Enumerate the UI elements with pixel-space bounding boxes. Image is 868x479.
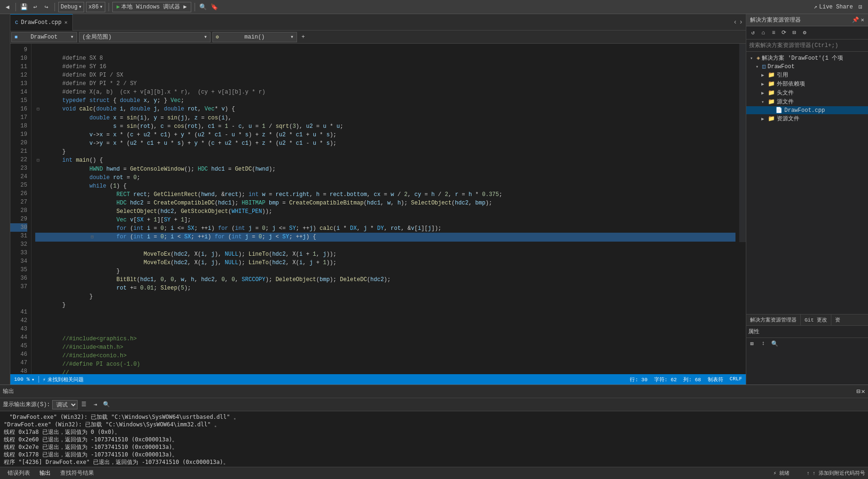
panel-pin-icon[interactable]: 📌	[852, 16, 859, 24]
output-float-btn[interactable]: ⊟	[856, 387, 860, 395]
tab-scroll-left[interactable]: ‹	[733, 18, 737, 26]
panel-header-buttons: 📌 ✕	[852, 16, 864, 24]
tab-scroll-right[interactable]: ›	[739, 18, 743, 26]
sol-sync-btn[interactable]: ↺	[748, 28, 758, 38]
output-line-1: "DrawFoot.exe" (Win32): 已加载 "C:\Windows\…	[4, 413, 864, 421]
sol-settings-btn[interactable]: ⚙	[800, 28, 809, 38]
redo-icon[interactable]: ↪	[42, 2, 51, 12]
config-dropdown[interactable]: Debug ▾	[58, 2, 84, 12]
res-folder-icon: 📁	[768, 115, 775, 122]
cpp-file-icon: C	[15, 20, 18, 25]
source-select-dropdown[interactable]: 调试	[52, 400, 78, 409]
expand-icon: ▾	[748, 55, 755, 61]
bottom-right-controls: ⚡ 就绪 ↑ ↑ 添加到附近代码符号	[774, 470, 865, 477]
scroll-thumb	[739, 44, 746, 242]
cpp-icon: 📄	[775, 107, 782, 114]
full-scope-dropdown[interactable]: (全局范围) ▾	[79, 32, 211, 42]
output-tab[interactable]: 输出	[35, 468, 55, 479]
output-tabs-bar: 输出 ⊟ ✕	[0, 385, 868, 398]
res-tab[interactable]: 资	[831, 314, 844, 325]
project-item[interactable]: ▾ ◫ DrawFoot	[746, 63, 868, 71]
external-deps-item[interactable]: ▶ 📁 外部依赖项	[746, 79, 868, 88]
solution-root-item[interactable]: ▾ ◈ 解决方案 'DrawFoot'(1 个项	[746, 54, 868, 63]
bottom-right-panels: 解决方案资源管理器 Git 更改 资 属性 ⊞ ↕ 🔍	[746, 314, 868, 385]
sep2	[55, 3, 55, 11]
sep3	[109, 3, 109, 11]
main-toolbar: ◀ 💾 ↩ ↪ Debug ▾ x86 ▾ ▶ 本地 Windows 调试器 ▶…	[0, 0, 868, 14]
output-line-7: 程序 "[4236] DrawFoot.exe" 已退出，返回值为 -10737…	[4, 458, 864, 466]
save-icon[interactable]: 💾	[19, 2, 29, 12]
code-content[interactable]: #define SX 8 #define SY 16 #define DX PI…	[31, 44, 739, 374]
function-scope-dropdown[interactable]: ⚙ main() ▾	[212, 32, 297, 42]
issues-indicator[interactable]: ⚡ 未找到相关问题	[43, 376, 84, 383]
output-line-2: "DrawFoot.exe" (Win32): 已加载 "C:\Windows\…	[4, 421, 864, 428]
solution-tree: ▾ ◈ 解决方案 'DrawFoot'(1 个项 ▾ ◫ DrawFoot ▶ …	[746, 52, 868, 314]
nav-add-button[interactable]: +	[298, 32, 308, 42]
solution-toolbar: ↺ ⌂ ≡ ⟳ ⊟ ⚙	[746, 26, 868, 39]
folder-icon: 📁	[768, 71, 775, 79]
toolbar-right: ↗ Live Share ⊡	[814, 2, 865, 12]
sol-filter-btn[interactable]: ≡	[769, 28, 778, 38]
output-line-5: 线程 0x2e7e 已退出，返回值为 -1073741510 (0xc00001…	[4, 443, 864, 451]
find-results-tab[interactable]: 查找符号结果	[55, 468, 99, 479]
error-list-tab[interactable]: 错误列表	[3, 468, 35, 479]
output-find-btn[interactable]: 🔍	[102, 400, 111, 409]
undo-icon[interactable]: ↩	[31, 2, 40, 12]
platform-dropdown[interactable]: x86 ▾	[86, 2, 105, 12]
editor-status-bar: 100 % ▾ ⚡ 未找到相关问题 行: 30 字符: 62 列: 68 制表符…	[10, 374, 746, 385]
drawfoot-cpp-item[interactable]: 📄 DrawFoot.cpp	[746, 106, 868, 114]
prop-sort-btn[interactable]: ↕	[759, 339, 768, 348]
output-wrap-btn[interactable]: ⇥	[91, 400, 100, 409]
activity-bar	[0, 14, 10, 385]
tab-controls: ‹ ›	[733, 18, 746, 26]
liveshare-button[interactable]: ↗ Live Share	[814, 3, 853, 10]
minimap-scrollbar[interactable]	[739, 44, 746, 374]
maximize-icon[interactable]: ⊡	[856, 2, 865, 12]
bookmark-icon[interactable]: 🔖	[210, 2, 219, 12]
status-sep	[39, 376, 39, 383]
solution-explorer: 解决方案资源管理器 📌 ✕ ↺ ⌂ ≡ ⟳ ⊟ ⚙ 搜索解决方案资源管理器(Ct…	[746, 14, 868, 314]
solution-explorer-header: 解决方案资源管理器 📌 ✕	[746, 14, 868, 26]
sep4	[195, 3, 195, 11]
zoom-control[interactable]: 100 % ▾	[14, 377, 35, 383]
output-toolbar: 显示输出来源(S): 调试 ☰ ⇥ 🔍	[0, 398, 868, 411]
git-tab[interactable]: Git 更改	[801, 314, 831, 325]
output-close-btn[interactable]: ✕	[861, 387, 865, 395]
prop-search-btn[interactable]: 🔍	[770, 339, 779, 348]
editor-right-container: C DrawFoot.cpp ✕ ‹ › ■ DrawFoot ▾ (	[0, 14, 868, 385]
references-item[interactable]: ▶ 📁 引用	[746, 71, 868, 79]
class-scope-dropdown[interactable]: ■ DrawFoot ▾	[11, 32, 77, 42]
project-expand-icon: ▾	[754, 64, 760, 70]
sol-home-btn[interactable]: ⌂	[759, 28, 768, 38]
headers-item[interactable]: ▶ 📁 头文件	[746, 88, 868, 97]
resource-files-item[interactable]: ▶ 📁 资源文件	[746, 114, 868, 123]
output-line-6: 线程 0x1778 已退出，返回值为 -1073741510 (0xc00001…	[4, 451, 864, 458]
tab-drawfoot-cpp[interactable]: C DrawFoot.cpp ✕	[10, 14, 73, 31]
output-source-selector: 显示输出来源(S): 调试	[3, 400, 78, 409]
app-window: ◀ 💾 ↩ ↪ Debug ▾ x86 ▾ ▶ 本地 Windows 调试器 ▶…	[0, 0, 868, 479]
tab-close-button[interactable]: ✕	[64, 19, 68, 25]
code-editor[interactable]: 9 10 11 12 13 14 15 16 17 18 19 20 21 22…	[10, 44, 746, 374]
sol-collapse-btn[interactable]: ⊟	[790, 28, 799, 38]
headers-folder-icon: 📁	[768, 89, 775, 96]
output-content[interactable]: "DrawFoot.exe" (Win32): 已加载 "C:\Windows\…	[0, 411, 868, 467]
project-icon: ◫	[762, 63, 766, 70]
output-line-4: 线程 0x2e60 已退出，返回值为 -1073741510 (0xc00001…	[4, 436, 864, 443]
output-line-3: 线程 0x17a8 已退出，返回值为 0 (0x0)。	[4, 428, 864, 436]
panel-close-icon[interactable]: ✕	[861, 16, 864, 24]
status-right: 行: 30 字符: 62 列: 68 制表符 CRLF	[630, 376, 742, 383]
run-button[interactable]: ▶ 本地 Windows 调试器 ▶	[112, 2, 191, 12]
sep1	[16, 3, 16, 11]
solution-tab[interactable]: 解决方案资源管理器	[746, 314, 801, 325]
prop-grid-btn[interactable]: ⊞	[747, 339, 757, 348]
sol-refresh-btn[interactable]: ⟳	[779, 28, 789, 38]
back-icon[interactable]: ◀	[3, 2, 12, 12]
ext-folder-icon: 📁	[768, 80, 775, 87]
output-panel: 输出 ⊟ ✕ 显示输出来源(S): 调试 ☰ ⇥ 🔍 "DrawFoot.exe…	[0, 385, 868, 467]
search-icon[interactable]: 🔍	[198, 2, 208, 12]
properties-toolbar: ⊞ ↕ 🔍	[746, 338, 868, 349]
properties-label: 属性	[746, 326, 868, 338]
output-clear-btn[interactable]: ☰	[79, 400, 89, 409]
source-files-item[interactable]: ▾ 📁 源文件	[746, 97, 868, 106]
right-panel: 解决方案资源管理器 📌 ✕ ↺ ⌂ ≡ ⟳ ⊟ ⚙ 搜索解决方案资源管理器(Ct…	[746, 14, 868, 385]
